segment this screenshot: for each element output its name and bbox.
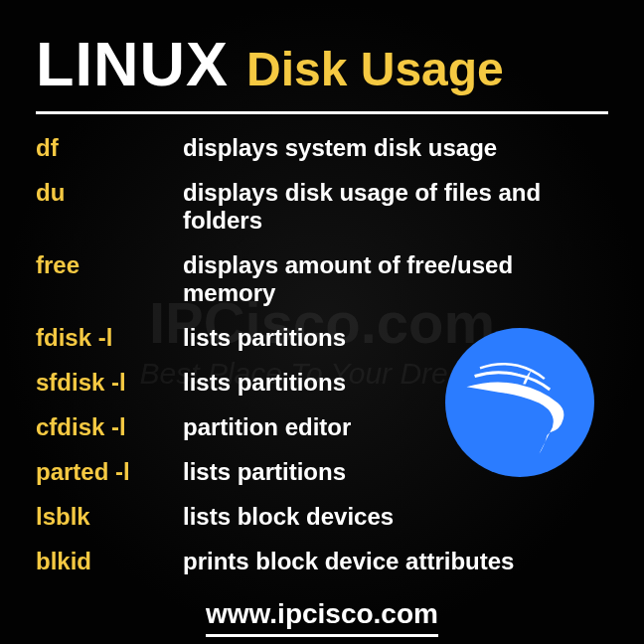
command-name: free <box>36 251 183 279</box>
footer-url: www.ipcisco.com <box>206 598 438 637</box>
header: LINUX Disk Usage <box>36 28 608 114</box>
command-row: blkid prints block device attributes <box>36 548 608 575</box>
command-name: blkid <box>36 548 183 575</box>
command-desc: partition editor <box>183 413 351 441</box>
command-desc: displays disk usage of files and folders <box>183 179 608 235</box>
footer: www.ipcisco.com <box>36 592 608 637</box>
main-container: LINUX Disk Usage df displays system disk… <box>0 0 644 644</box>
command-desc: displays amount of free/used memory <box>183 251 608 307</box>
title-main: LINUX <box>36 28 229 99</box>
commands-list: df displays system disk usage du display… <box>36 134 608 592</box>
command-name: sfdisk -l <box>36 369 183 397</box>
command-row: sfdisk -l lists partitions <box>36 369 608 397</box>
command-desc: displays system disk usage <box>183 134 497 162</box>
command-desc: lists block devices <box>183 503 394 531</box>
command-row: du displays disk usage of files and fold… <box>36 179 608 235</box>
command-name: df <box>36 134 183 162</box>
command-row: free displays amount of free/used memory <box>36 251 608 307</box>
command-name: lsblk <box>36 503 183 531</box>
command-desc: lists partitions <box>183 324 346 352</box>
command-name: cfdisk -l <box>36 413 183 441</box>
command-row: parted -l lists partitions <box>36 458 608 486</box>
title-subtitle: Disk Usage <box>246 42 504 96</box>
command-row: cfdisk -l partition editor <box>36 413 608 441</box>
command-desc: lists partitions <box>183 458 346 486</box>
command-desc: lists partitions <box>183 369 346 397</box>
command-name: parted -l <box>36 458 183 486</box>
command-row: fdisk -l lists partitions <box>36 324 608 352</box>
command-row: lsblk lists block devices <box>36 503 608 531</box>
command-name: du <box>36 179 183 207</box>
command-desc: prints block device attributes <box>183 548 514 575</box>
command-name: fdisk -l <box>36 324 183 352</box>
command-row: df displays system disk usage <box>36 134 608 162</box>
